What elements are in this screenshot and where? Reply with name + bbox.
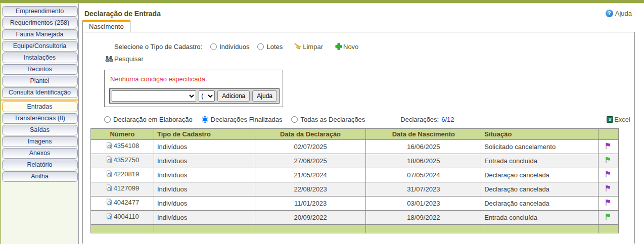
header-tipo: Tipo de Cadastro	[154, 128, 255, 139]
main-area: Declaração de Entrada ? Ajuda Nascimento…	[82, 4, 635, 244]
document-zoom-icon	[106, 142, 113, 150]
sidebar-item-empreendimento[interactable]: Empreendimento	[2, 6, 78, 17]
radio-individuos-label: Indivíduos	[219, 43, 249, 51]
help-link[interactable]: ? Ajuda	[606, 10, 632, 17]
declaration-number-link[interactable]: 4004110	[106, 213, 139, 220]
sidebar-item-relatorio[interactable]: Relatório	[2, 160, 78, 170]
document-zoom-icon	[106, 170, 113, 178]
cell-situacao: Declaração cancelada	[481, 182, 599, 196]
sidebar-item-anexos[interactable]: Anexos	[2, 148, 78, 159]
radio-em-elaboracao[interactable]	[104, 116, 111, 123]
cell-tipo: Indivíduos	[154, 139, 255, 154]
cell-data-declaracao: 11/01/2023	[255, 196, 366, 210]
declarations-table: Número Tipo de Cadastro Data da Declaraç…	[90, 128, 619, 233]
flag-icon	[604, 184, 612, 192]
condition-message: Nenhuma condição especificada.	[110, 75, 280, 83]
declaration-number-link[interactable]: 4354108	[106, 142, 140, 150]
declaracoes-label: Declarações:	[400, 116, 439, 123]
cell-tipo: Indivíduos	[154, 210, 255, 224]
condition-field-select[interactable]	[112, 90, 196, 102]
tab-nascimento[interactable]: Nascimento	[82, 20, 130, 32]
cell-data-nascimento: 16/06/2025	[366, 139, 481, 154]
radio-finalizadas[interactable]	[202, 116, 208, 123]
title-row: Declaração de Entrada ? Ajuda	[82, 4, 635, 19]
filter-em-elaboracao-label: Declaração em Elaboração	[113, 116, 193, 123]
cadastro-row: Selecione o Tipo de Cadastro: Indivíduos…	[114, 42, 634, 51]
content-panel: Selecione o Tipo de Cadastro: Indivíduos…	[82, 32, 635, 243]
cell-situacao: Entrada concluída	[481, 154, 599, 168]
limpar-link[interactable]: Limpar	[294, 42, 323, 51]
document-zoom-icon	[106, 156, 113, 164]
condition-box: Nenhuma condição especificada. ( Adicion…	[104, 70, 283, 107]
document-zoom-icon	[106, 184, 113, 192]
sidebar-item-imagens[interactable]: Imagens	[2, 136, 78, 147]
pesquisar-label: Pesquisar	[114, 55, 144, 63]
novo-link[interactable]: Novo	[335, 43, 358, 51]
declaration-number: 4004110	[114, 213, 139, 220]
plus-icon	[335, 43, 342, 50]
excel-link[interactable]: X Excel	[607, 116, 630, 123]
ajuda-button[interactable]: Ajuda	[252, 90, 277, 102]
help-label: Ajuda	[615, 10, 632, 17]
flag-icon	[604, 156, 612, 164]
help-icon: ?	[606, 10, 613, 17]
cell-data-declaracao: 21/05/2024	[255, 168, 366, 182]
declaration-number-link[interactable]: 4127099	[106, 184, 140, 192]
pesquisar-link[interactable]: Pesquisar	[105, 55, 144, 63]
declaration-number: 4220819	[114, 170, 140, 178]
cell-data-nascimento: 18/06/2025	[366, 154, 481, 168]
active-section-divider	[1, 100, 78, 101]
table-row: 4352750 Indivíduos 27/06/2025 18/06/2025…	[91, 154, 619, 168]
cell-data-declaracao: 20/09/2022	[255, 210, 366, 224]
header-numero: Número	[91, 128, 154, 139]
radio-todas[interactable]	[291, 116, 298, 123]
declaration-number-link[interactable]: 4220819	[106, 170, 140, 178]
cell-data-nascimento: 07/05/2024	[366, 168, 481, 182]
cell-data-declaracao: 22/08/2023	[255, 182, 366, 196]
filter-finalizadas-label: Declarações Finalizadas	[211, 116, 283, 123]
paren-select[interactable]: (	[199, 90, 215, 102]
header-data-nascimento: Data de Nascimento	[366, 128, 481, 139]
filter-todas-label: Todas as Declarações	[300, 116, 365, 123]
table-header-row: Número Tipo de Cadastro Data da Declaraç…	[91, 128, 619, 139]
sidebar-item-entradas[interactable]: Entradas	[2, 102, 78, 112]
table-row: 4042477 Indivíduos 11/01/2023 03/01/2023…	[91, 196, 619, 210]
radio-lotes[interactable]	[257, 43, 264, 50]
declaration-number-link[interactable]: 4352750	[106, 156, 140, 164]
cell-situacao: Declaração cancelada	[481, 196, 599, 210]
header-flag	[598, 128, 618, 139]
cell-data-declaracao: 02/07/2025	[255, 139, 366, 154]
cell-tipo: Indivíduos	[154, 168, 255, 182]
header-situacao: Situação	[481, 128, 599, 139]
sidebar-item-saidas[interactable]: Saídas	[2, 125, 78, 135]
binoculars-icon	[105, 56, 113, 63]
condition-toolbar: ( Adiciona Ajuda	[109, 88, 280, 104]
flag-icon	[604, 199, 612, 207]
table-row: 4354108 Indivíduos 02/07/2025 16/06/2025…	[91, 139, 619, 154]
sidebar-item-equipe-consultoria[interactable]: Equipe/Consultoria	[2, 41, 78, 52]
cadastro-label: Selecione o Tipo de Cadastro:	[114, 43, 202, 51]
excel-icon: X	[607, 116, 613, 123]
sidebar-item-transferencias[interactable]: Transferências (8)	[2, 113, 78, 124]
novo-label: Novo	[343, 43, 358, 51]
adiciona-button[interactable]: Adiciona	[217, 90, 250, 102]
declaration-number-link[interactable]: 4042477	[106, 199, 140, 206]
sidebar-item-recintos[interactable]: Recintos	[2, 64, 78, 75]
sidebar-item-consulta-identificacao[interactable]: Consulta Identificação	[2, 87, 78, 98]
cell-situacao: Entrada concluída	[481, 210, 599, 224]
filters-row: Declaração em Elaboração Declarações Fin…	[104, 116, 630, 123]
declaration-number: 4042477	[114, 199, 140, 206]
sidebar-item-requerimentos[interactable]: Requerimentos (258)	[2, 18, 78, 28]
broom-icon	[294, 42, 302, 51]
sidebar-item-instalacoes[interactable]: Instalações	[2, 53, 78, 63]
flag-icon	[604, 142, 612, 150]
sidebar-item-anilha[interactable]: Anilha	[2, 171, 78, 182]
sidebar-item-plantel[interactable]: Plantel	[2, 76, 78, 86]
declaration-number: 4352750	[114, 156, 140, 164]
header-data-declaracao: Data da Declaração	[255, 128, 366, 139]
sidebar-item-fauna-manejada[interactable]: Fauna Manejada	[2, 29, 78, 40]
radio-individuos[interactable]	[210, 43, 217, 50]
filter-finalizadas: Declarações Finalizadas	[202, 116, 283, 123]
cell-situacao: Solicitado cancelamento	[481, 139, 599, 154]
page: Empreendimento Requerimentos (258) Fauna…	[0, 0, 644, 244]
